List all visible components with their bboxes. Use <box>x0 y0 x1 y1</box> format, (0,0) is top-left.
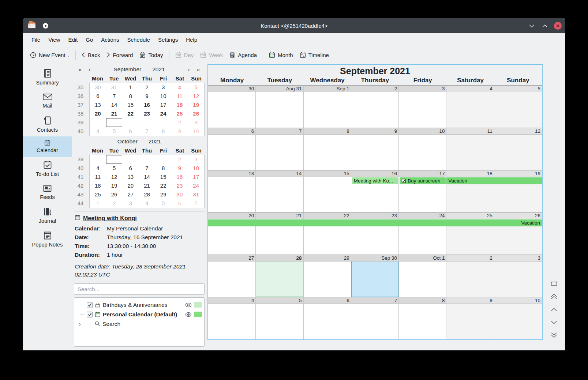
forward-button[interactable]: Forward <box>103 49 136 61</box>
minicalendar-month[interactable]: September <box>113 66 141 73</box>
mini-day[interactable]: 16 <box>172 173 188 181</box>
calendar-list-item[interactable]: Birthdays & Anniversaries <box>76 300 202 310</box>
new-event-button[interactable]: New Event⌄ <box>27 49 73 61</box>
sidebar-item-feeds[interactable]: Feeds <box>23 181 72 204</box>
month-cell[interactable]: Aug 31 <box>256 86 303 128</box>
mini-day[interactable]: 1 <box>155 118 172 127</box>
mini-day[interactable]: 28 <box>106 118 123 127</box>
scroll-down-icon[interactable] <box>550 318 558 327</box>
mini-day[interactable]: 7 <box>106 92 123 101</box>
month-cell[interactable]: 15 <box>304 170 351 212</box>
mini-day[interactable]: 6 <box>172 199 188 208</box>
month-cell[interactable]: 18 <box>446 170 494 212</box>
month-cell[interactable]: 14 <box>256 170 303 212</box>
month-cell[interactable]: 3 <box>494 255 542 297</box>
month-cell[interactable]: 7 <box>351 297 399 339</box>
prev-month-button[interactable]: ‹ <box>85 66 94 72</box>
mini-day[interactable]: 27 <box>90 155 106 164</box>
month-cell[interactable]: 24 <box>399 212 446 255</box>
next-year-button[interactable]: » <box>194 66 203 72</box>
mini-day[interactable]: 11 <box>172 92 188 101</box>
menu-view[interactable]: View <box>44 34 64 45</box>
mini-day[interactable]: 30 <box>90 83 106 92</box>
month-cell[interactable]: 6 <box>304 297 351 339</box>
mini-day[interactable]: 4 <box>90 127 106 136</box>
mini-day[interactable]: 29 <box>122 155 139 164</box>
month-cell[interactable]: 3 <box>399 86 446 128</box>
month-cell[interactable]: 9 <box>446 297 494 339</box>
mini-day[interactable]: 1 <box>90 199 106 208</box>
mini-day[interactable]: 22 <box>155 181 172 190</box>
close-icon[interactable] <box>554 22 562 30</box>
mini-day[interactable]: 29 <box>122 118 139 127</box>
search-input[interactable] <box>74 283 205 295</box>
scroll-down-double-icon[interactable] <box>550 331 558 339</box>
week-number[interactable]: 38 <box>74 109 89 118</box>
mini-day[interactable]: 9 <box>172 127 188 136</box>
month-button[interactable]: Month <box>266 49 296 61</box>
mini-day[interactable]: 12 <box>188 92 204 101</box>
month-cell[interactable]: 23 <box>351 212 399 255</box>
sidebar-item-summary[interactable]: Summary <box>23 65 72 89</box>
mini-day[interactable]: 31 <box>106 83 123 92</box>
mini-day[interactable]: 28 <box>106 155 123 164</box>
menu-edit[interactable]: Edit <box>64 34 82 45</box>
mini-day[interactable]: 7 <box>139 164 155 173</box>
mini-day[interactable]: 4 <box>90 164 106 173</box>
mini-day[interactable]: 24 <box>155 109 172 118</box>
mini-day[interactable]: 14 <box>139 173 155 181</box>
event-pill[interactable]: Meeting with Ko... <box>352 177 398 184</box>
checkbox[interactable] <box>87 312 93 317</box>
mini-day[interactable]: 21 <box>106 109 123 118</box>
mini-day[interactable]: 3 <box>188 155 204 164</box>
week-number[interactable]: 36 <box>74 92 89 101</box>
mini-day[interactable]: 18 <box>90 181 106 190</box>
mini-day[interactable]: 3 <box>155 83 172 92</box>
week-number[interactable]: 35 <box>74 83 89 92</box>
mini-day[interactable]: 15 <box>155 173 172 181</box>
menu-help[interactable]: Help <box>182 34 201 45</box>
mini-day[interactable]: 18 <box>172 101 188 109</box>
mini-day[interactable]: 23 <box>172 181 188 190</box>
mini-day[interactable]: 4 <box>172 83 188 92</box>
sidebar-item-popup-notes[interactable]: Popup Notes <box>23 227 72 251</box>
mini-day[interactable]: 16 <box>139 101 155 109</box>
month-cell[interactable]: Sep 30 <box>351 255 399 297</box>
month-cell[interactable]: 17 <box>399 170 446 212</box>
mini-day[interactable]: 29 <box>155 190 172 199</box>
week-number[interactable]: 43 <box>74 190 89 199</box>
sidebar-item-journal[interactable]: Journal <box>23 204 72 227</box>
mini-day[interactable]: 27 <box>122 190 139 199</box>
agenda-button[interactable]: Agenda <box>226 49 260 61</box>
mini-day[interactable]: 7 <box>188 199 204 208</box>
sidebar-item-calendar[interactable]: Calendar <box>23 136 72 157</box>
menu-go[interactable]: Go <box>82 34 97 45</box>
mini-day[interactable]: 5 <box>106 127 123 136</box>
mini-day[interactable]: 4 <box>139 199 155 208</box>
mini-day[interactable]: 23 <box>139 109 155 118</box>
mini-day[interactable]: 14 <box>106 101 123 109</box>
today-button[interactable]: Today <box>136 49 166 61</box>
sidebar-item-mail[interactable]: Mail <box>23 89 72 112</box>
week-number[interactable]: 40 <box>74 164 89 173</box>
month-cell[interactable]: 6 <box>208 128 256 170</box>
month-cell[interactable]: 30 <box>208 86 256 128</box>
mini-day[interactable]: 10 <box>155 92 172 101</box>
mini-day[interactable]: 5 <box>188 83 204 92</box>
mini-day[interactable]: 13 <box>122 173 139 181</box>
month-cell[interactable]: 4 <box>208 297 256 339</box>
week-number[interactable]: 42 <box>74 181 89 190</box>
mini-day[interactable]: 2 <box>172 118 188 127</box>
month-cell[interactable]: 7 <box>256 128 303 170</box>
mini-day[interactable]: 19 <box>188 101 204 109</box>
eye-icon[interactable] <box>185 312 192 317</box>
month-cell[interactable]: 16 <box>351 170 399 212</box>
checkbox[interactable] <box>87 302 93 308</box>
calendar-list-item[interactable]: ›Search <box>76 319 202 329</box>
month-cell[interactable]: 12 <box>494 128 542 170</box>
menu-file[interactable]: File <box>27 34 44 45</box>
mini-day[interactable]: 2 <box>139 83 155 92</box>
mini-day[interactable]: 1 <box>155 155 172 164</box>
mini-day[interactable]: 30 <box>172 190 188 199</box>
mini-day[interactable]: 6 <box>122 127 139 136</box>
